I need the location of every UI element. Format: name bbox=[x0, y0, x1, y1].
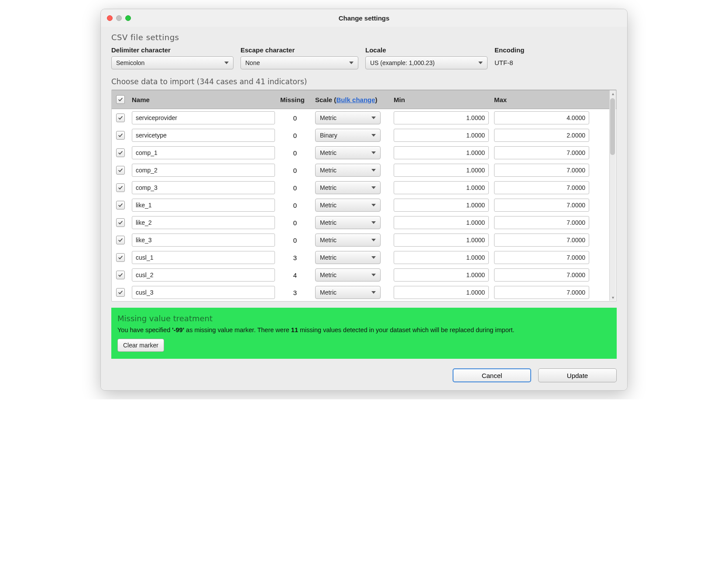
escape-dropdown[interactable]: None bbox=[240, 56, 358, 69]
table-row: 3Metric bbox=[112, 284, 616, 301]
locale-dropdown[interactable]: US (example: 1,000.23) bbox=[365, 56, 488, 69]
row-checkbox[interactable] bbox=[116, 253, 125, 262]
min-input[interactable] bbox=[394, 146, 489, 159]
scale-dropdown[interactable]: Metric bbox=[315, 111, 381, 124]
th-missing: Missing bbox=[278, 96, 312, 103]
table-row: 0Metric bbox=[112, 196, 616, 214]
name-input[interactable] bbox=[132, 129, 275, 142]
min-input[interactable] bbox=[394, 251, 489, 264]
row-checkbox[interactable] bbox=[116, 236, 125, 244]
scale-value: Metric bbox=[320, 237, 337, 244]
min-input[interactable] bbox=[394, 129, 489, 142]
scale-value: Metric bbox=[320, 114, 337, 121]
missing-value: 4 bbox=[278, 271, 312, 279]
encoding-label: Encoding bbox=[494, 46, 582, 54]
table-row: 3Metric bbox=[112, 249, 616, 266]
name-input[interactable] bbox=[132, 164, 275, 177]
missing-text-pre: You have specified bbox=[117, 326, 172, 333]
table-row: 0Metric bbox=[112, 161, 616, 179]
max-input[interactable] bbox=[494, 268, 589, 282]
missing-panel-text: You have specified '-99' as missing valu… bbox=[117, 326, 611, 333]
max-input[interactable] bbox=[494, 234, 589, 247]
name-input[interactable] bbox=[132, 234, 275, 247]
name-input[interactable] bbox=[132, 251, 275, 264]
name-input[interactable] bbox=[132, 146, 275, 159]
max-input[interactable] bbox=[494, 129, 589, 142]
max-input[interactable] bbox=[494, 111, 589, 124]
scale-value: Metric bbox=[320, 219, 337, 226]
min-input[interactable] bbox=[394, 286, 489, 299]
scale-dropdown[interactable]: Metric bbox=[315, 216, 381, 229]
table-body[interactable]: 0Metric0Binary0Metric0Metric0Metric0Metr… bbox=[112, 109, 616, 301]
min-input[interactable] bbox=[394, 199, 489, 212]
select-all-checkbox[interactable] bbox=[116, 95, 125, 104]
name-input[interactable] bbox=[132, 199, 275, 212]
table-row: 0Binary bbox=[112, 127, 616, 144]
row-checkbox[interactable] bbox=[116, 218, 125, 227]
scale-dropdown[interactable]: Metric bbox=[315, 146, 381, 159]
name-input[interactable] bbox=[132, 111, 275, 124]
bulk-change-link[interactable]: Bulk change bbox=[336, 96, 375, 103]
table-header: Name Missing Scale (Bulk change) Min Max bbox=[112, 90, 616, 109]
missing-value: 3 bbox=[278, 254, 312, 261]
row-checkbox[interactable] bbox=[116, 271, 125, 279]
scale-dropdown[interactable]: Metric bbox=[315, 251, 381, 264]
scroll-thumb[interactable] bbox=[610, 98, 615, 155]
missing-marker: '-99' bbox=[172, 326, 184, 333]
chevron-down-icon bbox=[224, 62, 229, 64]
row-checkbox[interactable] bbox=[116, 201, 125, 210]
choose-data-heading: Choose data to import (344 cases and 41 … bbox=[111, 77, 617, 86]
missing-value: 0 bbox=[278, 132, 312, 139]
min-input[interactable] bbox=[394, 268, 489, 282]
min-input[interactable] bbox=[394, 216, 489, 229]
row-checkbox[interactable] bbox=[116, 113, 125, 122]
scale-value: Metric bbox=[320, 254, 337, 261]
name-input[interactable] bbox=[132, 286, 275, 299]
cancel-button[interactable]: Cancel bbox=[453, 368, 531, 382]
escape-label: Escape character bbox=[240, 46, 358, 54]
max-input[interactable] bbox=[494, 181, 589, 194]
chevron-down-icon bbox=[349, 62, 354, 64]
min-input[interactable] bbox=[394, 111, 489, 124]
row-checkbox[interactable] bbox=[116, 148, 125, 157]
clear-marker-button[interactable]: Clear marker bbox=[117, 339, 164, 352]
min-input[interactable] bbox=[394, 234, 489, 247]
csv-settings-heading: CSV file settings bbox=[111, 33, 617, 42]
scale-dropdown[interactable]: Binary bbox=[315, 129, 381, 142]
min-input[interactable] bbox=[394, 164, 489, 177]
scale-dropdown[interactable]: Metric bbox=[315, 199, 381, 212]
scale-dropdown[interactable]: Metric bbox=[315, 164, 381, 177]
missing-text-post: missing values detected in your dataset … bbox=[298, 326, 515, 333]
max-input[interactable] bbox=[494, 164, 589, 177]
delimiter-label: Delimiter character bbox=[111, 46, 234, 54]
max-input[interactable] bbox=[494, 199, 589, 212]
row-checkbox[interactable] bbox=[116, 288, 125, 297]
row-checkbox[interactable] bbox=[116, 131, 125, 140]
scroll-down-icon[interactable]: ▾ bbox=[610, 294, 616, 301]
missing-value: 0 bbox=[278, 167, 312, 174]
chevron-down-icon bbox=[371, 186, 376, 189]
min-input[interactable] bbox=[394, 181, 489, 194]
dialog-footer: Cancel Update bbox=[111, 368, 617, 382]
max-input[interactable] bbox=[494, 146, 589, 159]
name-input[interactable] bbox=[132, 216, 275, 229]
scale-dropdown[interactable]: Metric bbox=[315, 268, 381, 282]
name-input[interactable] bbox=[132, 268, 275, 282]
scale-dropdown[interactable]: Metric bbox=[315, 286, 381, 299]
max-input[interactable] bbox=[494, 216, 589, 229]
scale-dropdown[interactable]: Metric bbox=[315, 234, 381, 247]
row-checkbox[interactable] bbox=[116, 183, 125, 192]
chevron-down-icon bbox=[371, 274, 376, 276]
delimiter-field: Delimiter character Semicolon bbox=[111, 46, 234, 69]
scrollbar[interactable]: ▴ ▾ bbox=[609, 90, 616, 301]
row-checkbox[interactable] bbox=[116, 166, 125, 175]
update-button[interactable]: Update bbox=[538, 368, 617, 382]
scale-dropdown[interactable]: Metric bbox=[315, 181, 381, 194]
locale-label: Locale bbox=[365, 46, 488, 54]
scroll-up-icon[interactable]: ▴ bbox=[610, 90, 616, 97]
max-input[interactable] bbox=[494, 251, 589, 264]
name-input[interactable] bbox=[132, 181, 275, 194]
delimiter-dropdown[interactable]: Semicolon bbox=[111, 56, 234, 69]
max-input[interactable] bbox=[494, 286, 589, 299]
escape-value: None bbox=[245, 59, 260, 66]
